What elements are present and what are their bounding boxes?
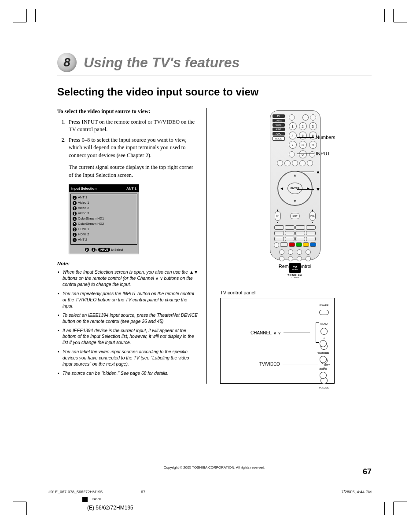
input-selection-item: 0ANT 1 xyxy=(73,195,135,200)
input-selection-item: 5ColorStream HD2 xyxy=(73,222,135,227)
panel-volume-label: VOLUME xyxy=(319,387,329,389)
callout-input: INPUT xyxy=(297,151,330,156)
print-info: #01E_067-078_566272HM195 67 7/28/05, 4:4… xyxy=(48,490,372,494)
step-1: Press INPUT on the remote control or TV/… xyxy=(67,118,199,134)
remote-mode-label: TV xyxy=(273,114,285,118)
note-3: To select an IEEE1394 input source, pres… xyxy=(57,312,199,325)
remote-mode-label: AUX2 xyxy=(273,132,285,136)
keypad-button: 9 xyxy=(309,141,317,149)
note-heading: Note: xyxy=(57,260,199,267)
input-selection-item: 7HDMI 2 xyxy=(73,232,135,237)
callout-numbers: Numbers xyxy=(297,135,335,140)
panel-tvvideo-label: TV/VIDEO xyxy=(317,352,329,355)
page-number: 67 xyxy=(363,467,372,476)
page-footer: Copyright © 2005 TOSHIBA CORPORATION. Al… xyxy=(57,467,372,476)
input-selection-item: 2Video 2 xyxy=(73,206,135,211)
input-selection-item: 4ColorStream HD1 xyxy=(73,216,135,221)
figures-column: TVCABLEVCR1AUX1AUX2MODE 123456789 0 xyxy=(207,108,370,384)
remote-mode-label: AUX1 xyxy=(273,128,285,131)
input-selection-figure: Input Selection ANT 1 0ANT 11Video 12Vid… xyxy=(69,184,139,254)
keypad-button: 3 xyxy=(309,122,317,130)
keypad-button: 8 xyxy=(299,141,307,149)
panel-guide-label: GUIDE xyxy=(319,368,327,371)
note-4: If an IEEE1394 device is the current inp… xyxy=(57,328,199,346)
keypad-button: 4 xyxy=(289,132,297,139)
panel-power-label: POWER xyxy=(319,304,328,307)
keypad-button xyxy=(289,151,295,158)
panel-tvvideo-btn xyxy=(320,356,327,363)
step-followup: The current signal source displays in th… xyxy=(69,164,199,179)
panel-callout-channel: CHANNEL∧ ∨ xyxy=(251,330,310,335)
panel-menu-label: MENU xyxy=(321,323,328,326)
keypad-button: 7 xyxy=(289,141,297,149)
input-selection-item: 3Video 3 xyxy=(73,211,135,216)
panel-callout-tvvideo: TV/VIDEO xyxy=(259,362,318,366)
print-page: 67 xyxy=(141,490,145,494)
black-swatch xyxy=(82,497,88,502)
print-timestamp: 7/28/05, 4:44 PM xyxy=(341,490,372,494)
input-footer-text: to Select xyxy=(111,248,123,251)
remote-mode-label: MODE xyxy=(273,136,285,141)
panel-exit-label: EXIT xyxy=(324,364,330,367)
remote-mode-label: VCR1 xyxy=(273,123,285,127)
callout-up: ▲ xyxy=(297,169,321,174)
remote-model: CT-90159 xyxy=(273,276,317,278)
input-footer-button: INPUT xyxy=(98,248,111,252)
input-selection-item: 8ANT 2 xyxy=(73,238,135,242)
input-selection-title: Input Selection xyxy=(71,186,96,191)
panel-menu-btn xyxy=(321,328,328,335)
remote-mode-label: CABLE xyxy=(273,119,285,122)
chapter-title: Using the TV's features xyxy=(84,55,239,71)
keypad-button: 1 xyxy=(289,122,297,130)
tv-panel-caption: TV control panel xyxy=(220,290,370,295)
chapter-header: 8 Using the TV's features xyxy=(57,53,372,76)
tv-panel-figure: TV control panel POWER MENU ∧ CHANNEL ∨ … xyxy=(220,290,370,384)
section-title: Selecting the video input source to view xyxy=(57,86,372,98)
keypad-button: 2 xyxy=(299,122,307,130)
callout-down: ▼ xyxy=(297,187,321,192)
panel-vol-down2 xyxy=(320,340,327,347)
note-6: The source can be "hidden." See page 68 … xyxy=(57,370,199,377)
input-selection-item: 6HDMI 1 xyxy=(73,227,135,232)
instructions-column: To select the video input source to view… xyxy=(57,108,207,384)
panel-power-btn xyxy=(319,310,329,315)
black-label: Black xyxy=(92,497,101,501)
copyright: Copyright © 2005 TOSHIBA CORPORATION. Al… xyxy=(164,465,265,469)
model-line: (E) 56/62/72HM195 xyxy=(87,505,133,511)
tvguide-logo: TV GUIDE xyxy=(289,263,301,273)
print-filename: #01E_067-078_566272HM195 xyxy=(48,490,103,494)
remote-figure: TVCABLEVCR1AUX1AUX2MODE 123456789 0 xyxy=(220,110,370,269)
input-selection-item: 1Video 1 xyxy=(73,201,135,205)
note-1: When the Input Selection screen is open,… xyxy=(57,269,199,288)
note-5: You can label the video input sources ac… xyxy=(57,349,199,367)
note-2: You can repeatedly press the INPUT butto… xyxy=(57,291,199,309)
step-2: Press 0–8 to select the input source you… xyxy=(67,136,199,160)
panel-guide-btn xyxy=(320,372,327,379)
input-selection-footer: 0 - 8 / INPUT to Select xyxy=(69,246,139,254)
input-selection-current: ANT 1 xyxy=(126,186,136,191)
instruction-heading: To select the video input source to view… xyxy=(57,108,199,116)
chapter-number-badge: 8 xyxy=(57,53,77,72)
